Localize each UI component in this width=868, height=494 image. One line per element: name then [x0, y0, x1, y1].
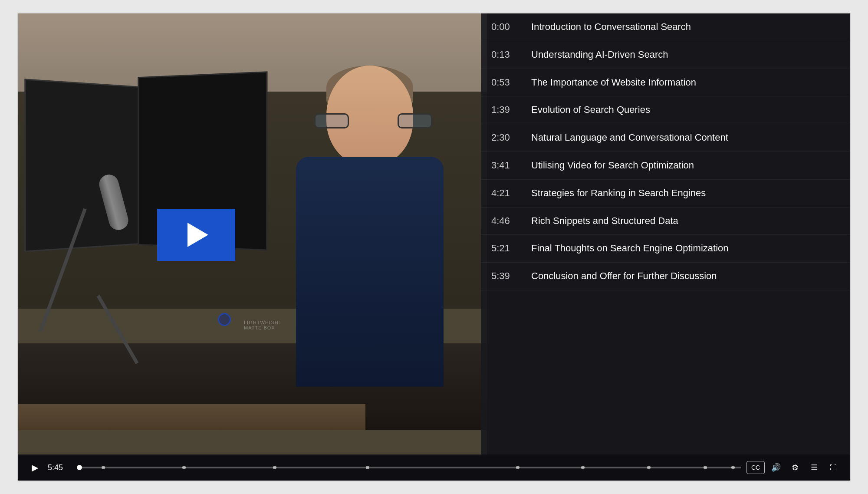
chapter-title-8: Final Thoughts on Search Engine Optimiza… — [526, 242, 729, 255]
microphone-stand: LIGHTWEIGHT MATTE BOX — [70, 174, 157, 369]
chapters-icon: ☰ — [811, 463, 818, 472]
chapter-time-2: 0:53 — [491, 76, 526, 88]
chapter-title-1: Understanding AI-Driven Search — [526, 48, 668, 62]
chapter-time-9: 5:39 — [491, 270, 526, 282]
progress-bar[interactable] — [77, 467, 741, 468]
play-icon — [187, 223, 208, 247]
presenter-glasses-left — [314, 113, 349, 128]
chapter-item-6[interactable]: 4:21 Strategies for Ranking in Search En… — [481, 180, 850, 207]
chapter-dot-9 — [731, 466, 735, 469]
chapter-item-0[interactable]: 0:00 Introduction to Conversational Sear… — [481, 13, 850, 41]
chapter-dot-3 — [273, 466, 276, 469]
chapter-title-3: Evolution of Search Queries — [526, 103, 650, 117]
chapter-title-5: Utilising Video for Search Optimization — [526, 159, 694, 172]
play-pause-button[interactable]: ▶ — [27, 460, 43, 475]
chapter-time-1: 0:13 — [491, 48, 526, 60]
chapter-dot-7 — [647, 466, 651, 469]
chapter-dot-6 — [581, 466, 585, 469]
chapter-time-0: 0:00 — [491, 20, 526, 33]
chapter-dot-2 — [182, 466, 186, 469]
desk-surface — [18, 404, 365, 430]
chapters-sidebar: 0:00 Introduction to Conversational Sear… — [481, 13, 850, 456]
time-display: 5:45 — [48, 463, 72, 472]
chapter-time-6: 4:21 — [491, 187, 526, 199]
chapter-title-4: Natural Language and Conversational Cont… — [526, 131, 728, 145]
settings-button[interactable]: ⚙ — [787, 460, 803, 475]
chapter-title-2: The Importance of Website Information — [526, 76, 696, 89]
chapter-item-4[interactable]: 2:30 Natural Language and Conversational… — [481, 124, 850, 152]
presenter-head — [326, 66, 413, 165]
chapters-button[interactable]: ☰ — [806, 460, 822, 475]
chapter-title-6: Strategies for Ranking in Search Engines — [526, 187, 706, 200]
video-frame: LIGHTWEIGHT MATTE BOX — [18, 13, 487, 456]
cc-button[interactable]: CC — [746, 461, 765, 474]
progress-handle[interactable] — [77, 465, 82, 470]
presenter — [261, 66, 478, 387]
chapter-item-8[interactable]: 5:21 Final Thoughts on Search Engine Opt… — [481, 235, 850, 263]
chapter-item-5[interactable]: 3:41 Utilising Video for Search Optimiza… — [481, 152, 850, 180]
cc-label: CC — [751, 464, 760, 471]
mic-arm-2 — [97, 295, 139, 364]
chapter-item-7[interactable]: 4:46 Rich Snippets and Structured Data — [481, 207, 850, 235]
chapter-dot-1 — [102, 466, 105, 469]
chapter-dot-5 — [516, 466, 519, 469]
chapter-time-3: 1:39 — [491, 103, 526, 115]
settings-icon: ⚙ — [792, 463, 799, 472]
chapter-item-9[interactable]: 5:39 Conclusion and Offer for Further Di… — [481, 263, 850, 290]
presenter-glasses-right — [398, 113, 432, 128]
fullscreen-icon: ⛶ — [830, 464, 837, 471]
chapter-title-7: Rich Snippets and Structured Data — [526, 214, 678, 228]
chapter-title-9: Conclusion and Offer for Further Discuss… — [526, 270, 717, 283]
play-button-overlay[interactable] — [157, 209, 235, 261]
controls-bar: ▶ 5:45 CC 🔊 — [18, 454, 850, 481]
play-pause-icon: ▶ — [32, 462, 38, 473]
chapter-time-4: 2:30 — [491, 131, 526, 143]
chapter-dot-4 — [366, 466, 369, 469]
right-controls: CC 🔊 ⚙ ☰ ⛶ — [746, 460, 841, 475]
chapter-item-3[interactable]: 1:39 Evolution of Search Queries — [481, 96, 850, 124]
monitors-area — [27, 66, 287, 304]
presenter-body — [296, 157, 444, 387]
chapter-title-0: Introduction to Conversational Search — [526, 20, 691, 34]
ring-light — [218, 313, 231, 326]
chapter-dot-8 — [704, 466, 707, 469]
volume-icon: 🔊 — [771, 463, 781, 472]
volume-button[interactable]: 🔊 — [768, 460, 784, 475]
chapter-item-1[interactable]: 0:13 Understanding AI-Driven Search — [481, 41, 850, 69]
fullscreen-button[interactable]: ⛶ — [825, 460, 841, 475]
chapter-item-2[interactable]: 0:53 The Importance of Website Informati… — [481, 69, 850, 97]
chapter-time-8: 5:21 — [491, 242, 526, 254]
chapter-time-7: 4:46 — [491, 214, 526, 227]
chapter-time-5: 3:41 — [491, 159, 526, 171]
video-player: LIGHTWEIGHT MATTE BOX 0:00 Introduction … — [17, 13, 851, 481]
mic-body — [97, 172, 130, 232]
